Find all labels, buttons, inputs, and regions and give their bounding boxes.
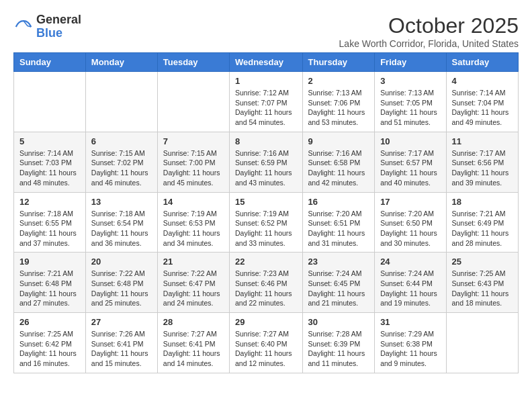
day-number: 6 bbox=[91, 136, 152, 146]
day-info: Sunrise: 7:22 AM Sunset: 6:48 PM Dayligh… bbox=[91, 269, 152, 308]
calendar-cell: 11Sunrise: 7:17 AM Sunset: 6:56 PM Dayli… bbox=[446, 132, 518, 192]
day-info: Sunrise: 7:25 AM Sunset: 6:42 PM Dayligh… bbox=[19, 329, 80, 369]
calendar-cell: 25Sunrise: 7:25 AM Sunset: 6:43 PM Dayli… bbox=[446, 253, 518, 313]
day-info: Sunrise: 7:22 AM Sunset: 6:47 PM Dayligh… bbox=[163, 269, 224, 308]
day-info: Sunrise: 7:16 AM Sunset: 6:58 PM Dayligh… bbox=[308, 148, 369, 188]
calendar-cell: 7Sunrise: 7:15 AM Sunset: 7:00 PM Daylig… bbox=[157, 132, 229, 192]
calendar-week-row: 1Sunrise: 7:12 AM Sunset: 7:07 PM Daylig… bbox=[14, 72, 519, 132]
location: Lake Worth Corridor, Florida, United Sta… bbox=[339, 38, 519, 49]
calendar-cell bbox=[157, 72, 229, 132]
day-number: 12 bbox=[19, 197, 80, 207]
day-info: Sunrise: 7:27 AM Sunset: 6:40 PM Dayligh… bbox=[235, 329, 297, 369]
calendar-cell: 10Sunrise: 7:17 AM Sunset: 6:57 PM Dayli… bbox=[375, 132, 446, 192]
calendar-header-row: SundayMondayTuesdayWednesdayThursdayFrid… bbox=[14, 53, 519, 72]
day-info: Sunrise: 7:18 AM Sunset: 6:55 PM Dayligh… bbox=[19, 209, 80, 248]
day-number: 25 bbox=[452, 257, 513, 267]
day-number: 17 bbox=[380, 197, 440, 207]
day-number: 1 bbox=[235, 76, 297, 86]
calendar-cell: 13Sunrise: 7:18 AM Sunset: 6:54 PM Dayli… bbox=[85, 192, 157, 253]
calendar-cell: 14Sunrise: 7:19 AM Sunset: 6:53 PM Dayli… bbox=[157, 192, 229, 253]
calendar-week-row: 5Sunrise: 7:14 AM Sunset: 7:03 PM Daylig… bbox=[14, 132, 519, 192]
column-header-friday: Friday bbox=[375, 53, 446, 72]
day-number: 10 bbox=[380, 136, 440, 146]
day-number: 3 bbox=[380, 76, 440, 86]
day-number: 30 bbox=[308, 317, 369, 327]
calendar-cell: 31Sunrise: 7:29 AM Sunset: 6:38 PM Dayli… bbox=[375, 313, 446, 373]
calendar-cell: 2Sunrise: 7:13 AM Sunset: 7:06 PM Daylig… bbox=[302, 72, 375, 132]
calendar-cell: 12Sunrise: 7:18 AM Sunset: 6:55 PM Dayli… bbox=[14, 192, 86, 253]
calendar-cell: 3Sunrise: 7:13 AM Sunset: 7:05 PM Daylig… bbox=[375, 72, 446, 132]
calendar-cell: 18Sunrise: 7:21 AM Sunset: 6:49 PM Dayli… bbox=[446, 192, 518, 253]
day-info: Sunrise: 7:16 AM Sunset: 6:59 PM Dayligh… bbox=[235, 148, 297, 188]
calendar-cell: 1Sunrise: 7:12 AM Sunset: 7:07 PM Daylig… bbox=[229, 72, 302, 132]
day-info: Sunrise: 7:29 AM Sunset: 6:38 PM Dayligh… bbox=[380, 329, 440, 369]
month-title: October 2025 bbox=[339, 13, 519, 38]
calendar-cell: 27Sunrise: 7:26 AM Sunset: 6:41 PM Dayli… bbox=[85, 313, 157, 373]
calendar-cell: 29Sunrise: 7:27 AM Sunset: 6:40 PM Dayli… bbox=[229, 313, 302, 373]
title-block: October 2025 Lake Worth Corridor, Florid… bbox=[339, 13, 519, 49]
calendar-cell bbox=[85, 72, 157, 132]
day-info: Sunrise: 7:18 AM Sunset: 6:54 PM Dayligh… bbox=[91, 209, 152, 248]
day-info: Sunrise: 7:13 AM Sunset: 7:06 PM Dayligh… bbox=[308, 88, 369, 128]
day-number: 9 bbox=[308, 136, 369, 146]
calendar-table: SundayMondayTuesdayWednesdayThursdayFrid… bbox=[13, 52, 519, 373]
day-number: 4 bbox=[452, 76, 513, 86]
day-number: 20 bbox=[91, 257, 152, 267]
calendar-cell: 4Sunrise: 7:14 AM Sunset: 7:04 PM Daylig… bbox=[446, 72, 518, 132]
day-number: 22 bbox=[235, 257, 297, 267]
column-header-monday: Monday bbox=[85, 53, 157, 72]
day-number: 8 bbox=[235, 136, 297, 146]
day-info: Sunrise: 7:14 AM Sunset: 7:03 PM Dayligh… bbox=[19, 148, 80, 188]
day-number: 13 bbox=[91, 197, 152, 207]
day-number: 24 bbox=[380, 257, 440, 267]
calendar-cell: 9Sunrise: 7:16 AM Sunset: 6:58 PM Daylig… bbox=[302, 132, 375, 192]
calendar-cell: 5Sunrise: 7:14 AM Sunset: 7:03 PM Daylig… bbox=[14, 132, 86, 192]
day-info: Sunrise: 7:23 AM Sunset: 6:46 PM Dayligh… bbox=[235, 269, 297, 308]
calendar-week-row: 26Sunrise: 7:25 AM Sunset: 6:42 PM Dayli… bbox=[14, 313, 519, 373]
logo: General Blue bbox=[13, 13, 81, 40]
day-info: Sunrise: 7:25 AM Sunset: 6:43 PM Dayligh… bbox=[452, 269, 513, 308]
day-number: 27 bbox=[91, 317, 152, 327]
column-header-wednesday: Wednesday bbox=[229, 53, 302, 72]
logo-icon bbox=[13, 17, 34, 37]
day-number: 28 bbox=[163, 317, 224, 327]
day-number: 16 bbox=[308, 197, 369, 207]
day-info: Sunrise: 7:24 AM Sunset: 6:45 PM Dayligh… bbox=[308, 269, 369, 308]
column-header-sunday: Sunday bbox=[14, 53, 86, 72]
day-info: Sunrise: 7:14 AM Sunset: 7:04 PM Dayligh… bbox=[452, 88, 513, 128]
day-info: Sunrise: 7:21 AM Sunset: 6:49 PM Dayligh… bbox=[452, 209, 513, 248]
day-number: 26 bbox=[19, 317, 80, 327]
calendar-cell: 19Sunrise: 7:21 AM Sunset: 6:48 PM Dayli… bbox=[14, 253, 86, 313]
calendar-cell: 24Sunrise: 7:24 AM Sunset: 6:44 PM Dayli… bbox=[375, 253, 446, 313]
day-number: 23 bbox=[308, 257, 369, 267]
day-info: Sunrise: 7:15 AM Sunset: 7:02 PM Dayligh… bbox=[91, 148, 152, 188]
day-number: 29 bbox=[235, 317, 297, 327]
calendar-cell: 23Sunrise: 7:24 AM Sunset: 6:45 PM Dayli… bbox=[302, 253, 375, 313]
day-info: Sunrise: 7:24 AM Sunset: 6:44 PM Dayligh… bbox=[380, 269, 440, 308]
calendar-week-row: 12Sunrise: 7:18 AM Sunset: 6:55 PM Dayli… bbox=[14, 192, 519, 253]
day-info: Sunrise: 7:20 AM Sunset: 6:50 PM Dayligh… bbox=[380, 209, 440, 248]
day-info: Sunrise: 7:21 AM Sunset: 6:48 PM Dayligh… bbox=[19, 269, 80, 308]
day-number: 14 bbox=[163, 197, 224, 207]
column-header-thursday: Thursday bbox=[302, 53, 375, 72]
calendar-week-row: 19Sunrise: 7:21 AM Sunset: 6:48 PM Dayli… bbox=[14, 253, 519, 313]
calendar-cell bbox=[14, 72, 86, 132]
calendar-cell: 30Sunrise: 7:28 AM Sunset: 6:39 PM Dayli… bbox=[302, 313, 375, 373]
day-info: Sunrise: 7:17 AM Sunset: 6:56 PM Dayligh… bbox=[452, 148, 513, 188]
day-info: Sunrise: 7:28 AM Sunset: 6:39 PM Dayligh… bbox=[308, 329, 369, 369]
day-info: Sunrise: 7:27 AM Sunset: 6:41 PM Dayligh… bbox=[163, 329, 224, 369]
calendar-cell: 6Sunrise: 7:15 AM Sunset: 7:02 PM Daylig… bbox=[85, 132, 157, 192]
day-number: 31 bbox=[380, 317, 440, 327]
calendar-cell: 17Sunrise: 7:20 AM Sunset: 6:50 PM Dayli… bbox=[375, 192, 446, 253]
day-number: 21 bbox=[163, 257, 224, 267]
calendar-cell: 26Sunrise: 7:25 AM Sunset: 6:42 PM Dayli… bbox=[14, 313, 86, 373]
day-number: 7 bbox=[163, 136, 224, 146]
calendar-cell bbox=[446, 313, 518, 373]
day-info: Sunrise: 7:15 AM Sunset: 7:00 PM Dayligh… bbox=[163, 148, 224, 188]
calendar-cell: 28Sunrise: 7:27 AM Sunset: 6:41 PM Dayli… bbox=[157, 313, 229, 373]
day-info: Sunrise: 7:19 AM Sunset: 6:53 PM Dayligh… bbox=[163, 209, 224, 248]
column-header-saturday: Saturday bbox=[446, 53, 518, 72]
logo-blue: Blue bbox=[36, 27, 81, 40]
day-info: Sunrise: 7:20 AM Sunset: 6:51 PM Dayligh… bbox=[308, 209, 369, 248]
calendar-cell: 20Sunrise: 7:22 AM Sunset: 6:48 PM Dayli… bbox=[85, 253, 157, 313]
